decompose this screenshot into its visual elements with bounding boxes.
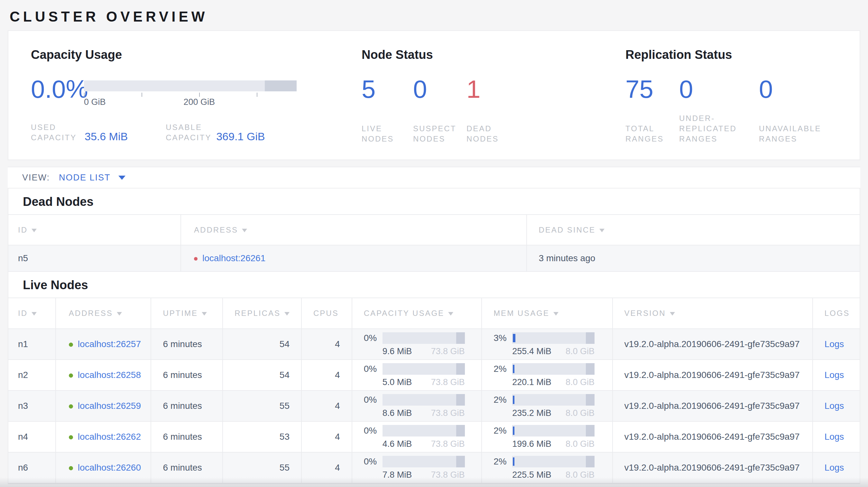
live-node-address-link[interactable]: localhost:26262 bbox=[78, 432, 141, 442]
cluster-summary-panel: Capacity Usage 0.0% 0 GiB 200 GiB bbox=[8, 30, 860, 160]
mem-percent: 2% bbox=[494, 395, 512, 405]
usable-capacity-label: USABLE CAPACITY bbox=[166, 122, 216, 143]
mem-mini-bar bbox=[512, 456, 594, 467]
live-node-version: v19.2.0-alpha.20190606-2491-gfe735c9a97 bbox=[613, 390, 813, 421]
live-node-replicas: 53 bbox=[223, 421, 302, 452]
sort-desc-icon bbox=[553, 312, 559, 316]
replication-status-title: Replication Status bbox=[625, 47, 837, 62]
live-col-header-capacity-usage[interactable]: CAPACITY USAGE bbox=[352, 298, 482, 329]
view-label: VIEW: bbox=[22, 173, 50, 183]
dead-col-header-address[interactable]: ADDRESS bbox=[181, 215, 527, 245]
dead-col-header-id[interactable]: ID bbox=[8, 215, 181, 245]
view-mode-dropdown[interactable]: NODE LIST bbox=[59, 173, 111, 183]
mem-used-value: 225.5 MiB bbox=[512, 470, 551, 480]
capacity-usage-title: Capacity Usage bbox=[31, 47, 362, 62]
mem-total-value: 8.0 GiB bbox=[566, 439, 594, 449]
live-node-row: n4 localhost:26262 6 minutes 53 4 0% 4.6… bbox=[8, 421, 860, 452]
logs-link[interactable]: Logs bbox=[825, 401, 844, 411]
dead-node-address-link[interactable]: localhost:26261 bbox=[203, 253, 266, 263]
mem-used-value: 199.6 MiB bbox=[512, 439, 551, 449]
capacity-percent: 0% bbox=[364, 364, 382, 374]
mem-other-segment bbox=[586, 425, 594, 436]
dead-col-header-dead-since[interactable]: DEAD SINCE bbox=[527, 215, 860, 245]
total-ranges-label: TOTAL RANGES bbox=[625, 124, 679, 144]
usable-capacity-value: 369.1 GiB bbox=[216, 130, 265, 142]
live-node-address-cell: localhost:26260 bbox=[56, 452, 151, 483]
live-node-address-link[interactable]: localhost:26259 bbox=[78, 401, 141, 411]
live-node-cpus: 4 bbox=[302, 421, 352, 452]
mem-mini-bar bbox=[512, 394, 594, 405]
mem-total-value: 8.0 GiB bbox=[566, 377, 594, 387]
sort-desc-icon bbox=[599, 229, 604, 232]
live-col-header-mem-usage[interactable]: MEM USAGE bbox=[482, 298, 612, 329]
live-col-header-replicas[interactable]: REPLICAS bbox=[223, 298, 302, 329]
dead-nodes-heading: Dead Nodes bbox=[8, 189, 860, 214]
live-col-header-id[interactable]: ID bbox=[8, 298, 56, 329]
live-status-dot-icon bbox=[69, 466, 73, 470]
logs-link[interactable]: Logs bbox=[825, 462, 844, 473]
capacity-percent: 0% bbox=[364, 456, 382, 467]
live-node-logs-cell: Logs bbox=[813, 360, 860, 390]
live-nodes-heading: Live Nodes bbox=[8, 272, 860, 297]
capacity-used-value: 4.6 MiB bbox=[382, 439, 412, 449]
capacity-percent: 0% bbox=[364, 426, 382, 436]
capacity-percent: 0% bbox=[364, 395, 382, 405]
live-node-logs-cell: Logs bbox=[813, 390, 860, 421]
capacity-other-segment bbox=[456, 363, 465, 375]
mem-total-value: 8.0 GiB bbox=[566, 470, 594, 480]
capacity-mini-bar bbox=[382, 363, 465, 375]
mem-percent: 2% bbox=[494, 456, 512, 467]
total-ranges-count: 75 bbox=[625, 76, 679, 102]
live-node-cpus: 4 bbox=[302, 452, 352, 483]
live-node-id: n3 bbox=[8, 390, 56, 421]
dead-nodes-count: 1 bbox=[466, 76, 518, 102]
sort-desc-icon bbox=[242, 229, 247, 232]
axis-tick-label: 200 GiB bbox=[183, 97, 215, 107]
live-node-version: v19.2.0-alpha.20190606-2491-gfe735c9a97 bbox=[613, 421, 813, 452]
mem-used-value: 235.2 MiB bbox=[512, 408, 551, 418]
mem-percent: 2% bbox=[494, 426, 512, 436]
live-col-header-version[interactable]: VERSION bbox=[613, 298, 813, 329]
logs-link[interactable]: Logs bbox=[825, 339, 844, 349]
live-col-header-uptime[interactable]: UPTIME bbox=[151, 298, 223, 329]
mem-other-segment bbox=[586, 456, 594, 467]
live-node-address-link[interactable]: localhost:26260 bbox=[78, 462, 141, 473]
live-node-uptime: 6 minutes bbox=[151, 390, 223, 421]
live-nodes-header-row: ID ADDRESS UPTIME REPLICAS CPUS CAPACITY… bbox=[8, 298, 860, 329]
live-node-logs-cell: Logs bbox=[813, 421, 860, 452]
live-node-logs-cell: Logs bbox=[813, 329, 860, 360]
live-status-dot-icon bbox=[69, 374, 73, 378]
used-capacity-label: USED CAPACITY bbox=[31, 122, 85, 143]
live-col-header-address[interactable]: ADDRESS bbox=[56, 298, 151, 329]
capacity-mini-bar bbox=[382, 425, 465, 436]
unavailable-ranges-label: UNAVAILABLE RANGES bbox=[759, 124, 837, 144]
mem-used-value: 255.4 MiB bbox=[512, 347, 551, 356]
capacity-other-segment bbox=[456, 456, 465, 467]
page-title: CLUSTER OVERVIEW bbox=[10, 8, 868, 25]
capacity-other-segment bbox=[456, 425, 465, 436]
live-status-dot-icon bbox=[69, 404, 73, 409]
sort-desc-icon bbox=[32, 229, 37, 232]
capacity-total-value: 73.8 GiB bbox=[431, 439, 465, 449]
live-node-address-link[interactable]: localhost:26257 bbox=[78, 339, 141, 349]
capacity-mini-bar bbox=[382, 332, 465, 344]
logs-link[interactable]: Logs bbox=[825, 432, 844, 442]
capacity-usage-cell: 0% 8.6 MiB 73.8 GiB bbox=[352, 390, 482, 421]
capacity-percent: 0% bbox=[364, 333, 382, 343]
live-node-address-link[interactable]: localhost:26258 bbox=[78, 370, 141, 380]
mem-percent: 2% bbox=[494, 364, 512, 374]
capacity-bar-chart: 0 GiB 200 GiB bbox=[84, 80, 297, 106]
dead-node-row: n5 localhost:26261 3 minutes ago bbox=[8, 245, 860, 271]
mem-used-segment bbox=[513, 426, 515, 435]
capacity-used-value: 7.8 MiB bbox=[382, 470, 412, 480]
sort-desc-icon bbox=[202, 312, 207, 316]
chevron-down-icon[interactable] bbox=[118, 175, 125, 180]
live-col-header-logs: LOGS bbox=[813, 298, 860, 329]
dead-nodes-header-row: ID ADDRESS DEAD SINCE bbox=[8, 215, 860, 245]
mem-total-value: 8.0 GiB bbox=[566, 347, 594, 356]
capacity-used-value: 5.0 MiB bbox=[382, 377, 412, 387]
live-node-row: n6 localhost:26260 6 minutes 55 4 0% 7.8… bbox=[8, 452, 860, 483]
live-nodes-count: 5 bbox=[362, 76, 413, 102]
logs-link[interactable]: Logs bbox=[825, 370, 844, 380]
live-node-address-cell: localhost:26257 bbox=[56, 329, 151, 360]
